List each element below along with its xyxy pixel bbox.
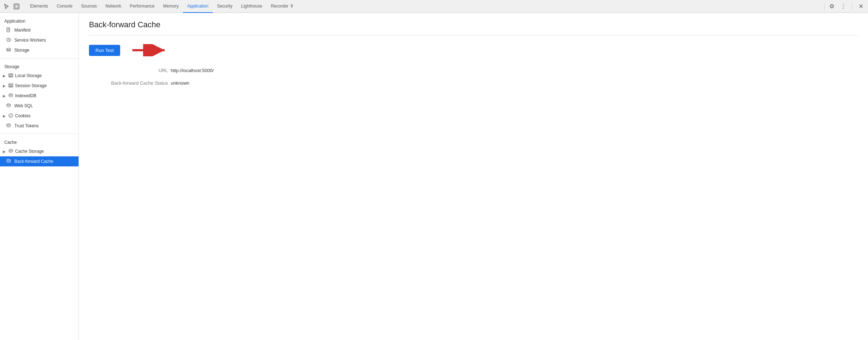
main-content: Back-forward Cache Run Test URL http://l…: [79, 13, 868, 340]
cookies-label: Cookies: [15, 113, 30, 118]
svg-rect-8: [9, 84, 13, 85]
trust-tokens-label: Trust Tokens: [14, 123, 39, 128]
svg-rect-0: [14, 4, 19, 9]
storage-section-header: Storage: [0, 61, 79, 71]
indexeddb-arrow: ▶: [3, 94, 6, 98]
svg-point-19: [7, 124, 10, 125]
tab-elements[interactable]: Elements: [26, 0, 52, 13]
tab-security[interactable]: Security: [213, 0, 237, 13]
svg-rect-6: [9, 75, 13, 76]
devtools-toolbar: Elements Console Sources Network Perform…: [0, 0, 868, 13]
back-forward-cache-label: Back-forward Cache: [14, 159, 53, 164]
toolbar-left-icons: [3, 3, 20, 10]
close-icon[interactable]: ✕: [857, 2, 865, 11]
svg-point-20: [9, 149, 13, 150]
sidebar-item-cache-storage[interactable]: ▶ Cache Storage: [0, 146, 79, 156]
svg-rect-1: [15, 5, 18, 8]
session-storage-icon: [8, 83, 14, 89]
tab-memory[interactable]: Memory: [159, 0, 183, 13]
page-title: Back-forward Cache: [89, 20, 858, 29]
svg-point-4: [7, 48, 10, 49]
svg-rect-10: [9, 86, 13, 87]
status-label: Back-forward Cache Status: [89, 80, 168, 86]
more-icon[interactable]: ⋮: [839, 2, 848, 11]
info-rows: URL http://localhost:5000/ Back-forward …: [89, 68, 858, 86]
cache-section-header: Cache: [0, 137, 79, 146]
cursor-icon[interactable]: [3, 3, 10, 10]
toolbar-tabs: Elements Console Sources Network Perform…: [26, 0, 821, 13]
tab-console[interactable]: Console: [52, 0, 77, 13]
service-workers-icon: [6, 37, 11, 43]
sidebar-item-service-workers[interactable]: Service Workers: [0, 35, 79, 45]
sidebar-divider-2: [0, 134, 79, 134]
web-sql-label: Web SQL: [14, 103, 33, 108]
tab-recorder[interactable]: Recorder 🎙: [266, 0, 298, 13]
svg-rect-5: [9, 74, 13, 75]
svg-rect-9: [9, 85, 13, 86]
cookies-icon: [8, 113, 14, 119]
service-workers-label: Service Workers: [14, 38, 46, 43]
svg-point-15: [11, 114, 12, 115]
local-storage-arrow: ▶: [3, 74, 6, 78]
main-layout: Application Manifest Service Workers: [0, 13, 868, 340]
svg-rect-7: [9, 76, 13, 77]
svg-point-16: [10, 116, 11, 117]
indexeddb-icon: [8, 93, 14, 99]
sidebar-item-manifest[interactable]: Manifest: [0, 25, 79, 35]
tab-network[interactable]: Network: [101, 0, 126, 13]
cache-storage-label: Cache Storage: [15, 149, 44, 154]
toolbar-right: ⚙ ⋮ ✕: [827, 2, 865, 11]
sidebar-item-cookies[interactable]: ▶ Cookies: [0, 111, 79, 121]
manifest-label: Manifest: [14, 28, 30, 33]
run-test-row: Run Test: [89, 44, 858, 56]
svg-point-14: [10, 115, 10, 115]
session-storage-arrow: ▶: [3, 84, 6, 88]
sidebar-item-back-forward-cache[interactable]: Back-forward Cache: [0, 156, 79, 166]
tab-performance[interactable]: Performance: [126, 0, 159, 13]
storage-icon: [6, 47, 11, 53]
svg-point-13: [9, 113, 13, 117]
storage-label: Storage: [14, 48, 29, 53]
back-forward-cache-icon: [6, 159, 11, 164]
session-storage-label: Session Storage: [15, 83, 47, 88]
inspect-icon[interactable]: [13, 3, 20, 10]
sidebar-item-web-sql[interactable]: Web SQL: [0, 101, 79, 111]
svg-point-17: [10, 116, 10, 116]
cache-storage-icon: [8, 149, 14, 154]
svg-point-11: [9, 94, 13, 95]
status-value: unknown: [171, 80, 189, 86]
local-storage-label: Local Storage: [15, 73, 42, 78]
sidebar-item-indexeddb[interactable]: ▶ IndexedDB: [0, 91, 79, 101]
toolbar-separator-2: [852, 3, 852, 10]
indexeddb-label: IndexedDB: [15, 93, 36, 98]
manifest-icon: [6, 27, 11, 33]
sidebar: Application Manifest Service Workers: [0, 13, 79, 340]
tab-application[interactable]: Application: [183, 0, 213, 13]
trust-tokens-icon: [6, 123, 11, 129]
svg-point-21: [7, 159, 10, 160]
red-arrow-right: [129, 44, 168, 56]
svg-point-12: [7, 104, 10, 105]
sidebar-item-session-storage[interactable]: ▶ Session Storage: [0, 81, 79, 91]
content-divider: [89, 35, 858, 36]
cookies-arrow: ▶: [3, 114, 6, 118]
url-value: http://localhost:5000/: [171, 68, 214, 73]
url-row: URL http://localhost:5000/: [89, 68, 858, 73]
sidebar-item-local-storage[interactable]: ▶ Local Storage: [0, 71, 79, 81]
sidebar-item-trust-tokens[interactable]: Trust Tokens: [0, 121, 79, 131]
run-test-button[interactable]: Run Test: [89, 45, 120, 56]
tab-sources[interactable]: Sources: [77, 0, 101, 13]
status-row: Back-forward Cache Status unknown: [89, 80, 858, 86]
tab-lighthouse[interactable]: Lighthouse: [237, 0, 266, 13]
web-sql-icon: [6, 103, 11, 109]
application-section-header: Application: [0, 16, 79, 25]
local-storage-icon: [8, 73, 14, 79]
svg-point-18: [11, 115, 12, 116]
toolbar-separator: [824, 3, 825, 10]
url-label: URL: [89, 68, 168, 73]
settings-icon[interactable]: ⚙: [827, 2, 836, 11]
sidebar-divider-1: [0, 58, 79, 58]
sidebar-item-storage[interactable]: Storage: [0, 45, 79, 55]
cache-storage-arrow: ▶: [3, 150, 6, 154]
